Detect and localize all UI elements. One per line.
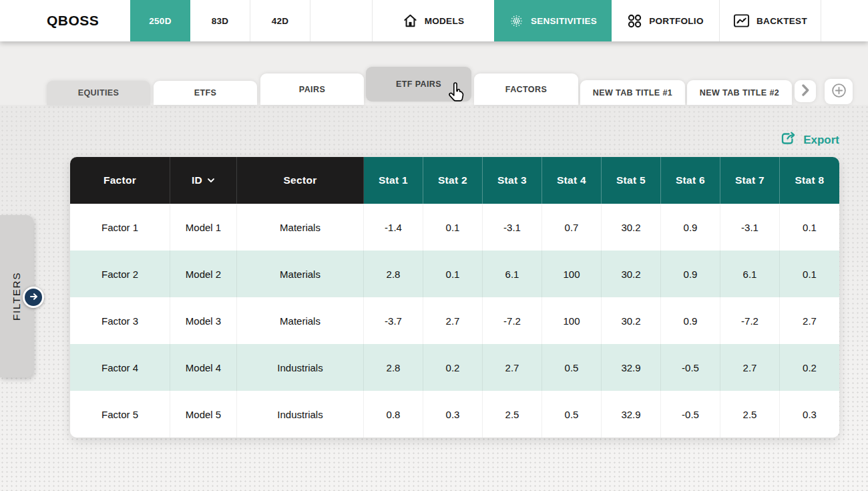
table-cell: Industrials xyxy=(237,391,364,438)
nav-item-models[interactable]: MODELS xyxy=(373,0,494,41)
table-cell: 0.1 xyxy=(423,251,483,297)
arrow-right-icon xyxy=(29,291,38,303)
chevron-right-icon xyxy=(802,84,809,99)
table-cell: Factor 1 xyxy=(70,204,170,251)
table-cell: 2.5 xyxy=(720,391,780,438)
table-cell: Model 1 xyxy=(170,204,237,251)
table-cell: 0.9 xyxy=(661,204,720,251)
table-cell: -0.5 xyxy=(661,391,720,438)
column-header-label: Stat 7 xyxy=(735,174,765,186)
tab-etfs[interactable]: ETFS xyxy=(154,81,257,105)
nav-item-backtest[interactable]: BACKTEST xyxy=(720,0,821,41)
table-cell: 0.3 xyxy=(780,391,839,438)
table-cell: 2.8 xyxy=(364,251,423,297)
four-circles-icon xyxy=(627,13,642,29)
table-cell: Factor 4 xyxy=(70,344,170,391)
table-cell: Factor 2 xyxy=(70,251,170,297)
nav-item-portfolio[interactable]: PORTFOLIO xyxy=(612,0,720,41)
table-cell: 2.7 xyxy=(720,344,780,391)
brand-logo: QBOSS xyxy=(47,0,99,41)
table-cell: Materials xyxy=(237,251,364,297)
add-tab-button[interactable] xyxy=(825,79,853,104)
column-header-label: Factor xyxy=(103,174,136,186)
plus-circle-icon xyxy=(831,83,847,101)
nav-item-label: SENSITIVITIES xyxy=(531,16,597,26)
tab-new-tab-title-1[interactable]: NEW TAB TITLE #1 xyxy=(580,80,685,105)
column-header-stat-1[interactable]: Stat 1 xyxy=(364,157,423,204)
cursor-pointer-icon xyxy=(447,82,465,107)
column-header-stat-5[interactable]: Stat 5 xyxy=(602,157,661,204)
column-header-factor[interactable]: Factor xyxy=(70,157,170,204)
table-cell: 0.5 xyxy=(542,344,602,391)
table-cell: Model 3 xyxy=(170,297,237,344)
table-cell: 0.1 xyxy=(780,204,839,251)
table-cell: 0.9 xyxy=(661,297,720,344)
period-tab-spacer xyxy=(310,0,373,41)
period-tab-42d[interactable]: 42D xyxy=(250,0,310,41)
column-header-label: Stat 1 xyxy=(379,174,408,186)
table-cell: 0.2 xyxy=(780,344,839,391)
table-cell: 0.1 xyxy=(780,251,839,297)
tab-equities[interactable]: EQUITIES xyxy=(47,81,150,105)
table-cell: 0.7 xyxy=(542,204,602,251)
column-header-stat-6[interactable]: Stat 6 xyxy=(661,157,720,204)
tab-pairs[interactable]: PAIRS xyxy=(260,73,364,105)
tab-new-tab-title-2[interactable]: NEW TAB TITLE #2 xyxy=(687,80,792,105)
column-header-label: Stat 8 xyxy=(795,174,824,186)
column-header-label: Stat 4 xyxy=(557,174,586,186)
filters-expand-button[interactable] xyxy=(23,287,44,308)
column-header-stat-7[interactable]: Stat 7 xyxy=(720,157,780,204)
tab-factors[interactable]: FACTORS xyxy=(474,73,578,105)
export-button[interactable]: Export xyxy=(781,131,839,149)
table-cell: -3.1 xyxy=(483,204,542,251)
column-header-label: Stat 5 xyxy=(616,174,646,186)
table-cell: -7.2 xyxy=(720,297,780,344)
chart-window-icon xyxy=(733,13,750,28)
column-header-stat-2[interactable]: Stat 2 xyxy=(423,157,483,204)
column-header-stat-8[interactable]: Stat 8 xyxy=(780,157,839,204)
table-cell: -3.7 xyxy=(364,297,423,344)
nav-item-label: PORTFOLIO xyxy=(649,16,703,26)
table-cell: 30.2 xyxy=(602,297,661,344)
nav-item-label: BACKTEST xyxy=(756,16,807,26)
column-header-stat-3[interactable]: Stat 3 xyxy=(483,157,542,204)
table-cell: Factor 5 xyxy=(70,391,170,438)
column-header-stat-4[interactable]: Stat 4 xyxy=(542,157,602,204)
table-cell: Factor 3 xyxy=(70,297,170,344)
table-cell: 2.7 xyxy=(423,297,483,344)
table-cell: 30.2 xyxy=(602,251,661,297)
column-header-label: ID xyxy=(192,174,202,186)
app-screen: QBOSS 250D 83D 42D MODELS xyxy=(0,0,868,491)
table-cell: 0.3 xyxy=(423,391,483,438)
table-cell: -0.5 xyxy=(661,344,720,391)
table-cell: Industrials xyxy=(237,344,364,391)
column-header-label: Stat 2 xyxy=(438,174,467,186)
sensitivities-table: FactorIDSectorStat 1Stat 2Stat 3Stat 4St… xyxy=(70,157,839,438)
table-cell: 0.9 xyxy=(661,251,720,297)
table-cell: 2.7 xyxy=(483,344,542,391)
table-cell: Model 5 xyxy=(170,391,237,438)
export-icon xyxy=(781,131,797,149)
table-cell: 2.8 xyxy=(364,344,423,391)
home-icon xyxy=(403,13,418,28)
table-cell: 2.5 xyxy=(483,391,542,438)
table-cell: -1.4 xyxy=(364,204,423,251)
table-cell: -7.2 xyxy=(483,297,542,344)
table-cell: 0.5 xyxy=(542,391,602,438)
table-cell: Model 4 xyxy=(170,344,237,391)
table-cell: 32.9 xyxy=(602,391,661,438)
top-navigation-bar: QBOSS 250D 83D 42D MODELS xyxy=(0,0,868,41)
nav-item-sensitivities[interactable]: SENSITIVITIES xyxy=(494,0,612,41)
chevron-down-icon xyxy=(207,178,215,183)
column-header-label: Stat 6 xyxy=(676,174,705,186)
table-cell: Materials xyxy=(237,297,364,344)
column-header-id[interactable]: ID xyxy=(170,157,237,204)
column-header-sector[interactable]: Sector xyxy=(237,157,364,204)
period-tab-250d[interactable]: 250D xyxy=(130,0,190,41)
table-cell: 100 xyxy=(542,297,602,344)
table-cell: 0.1 xyxy=(423,204,483,251)
tab-scroll-right-button[interactable] xyxy=(795,80,816,102)
period-tab-83d[interactable]: 83D xyxy=(190,0,250,41)
table-grid: FactorIDSectorStat 1Stat 2Stat 3Stat 4St… xyxy=(70,157,839,438)
table-cell: 30.2 xyxy=(602,204,661,251)
